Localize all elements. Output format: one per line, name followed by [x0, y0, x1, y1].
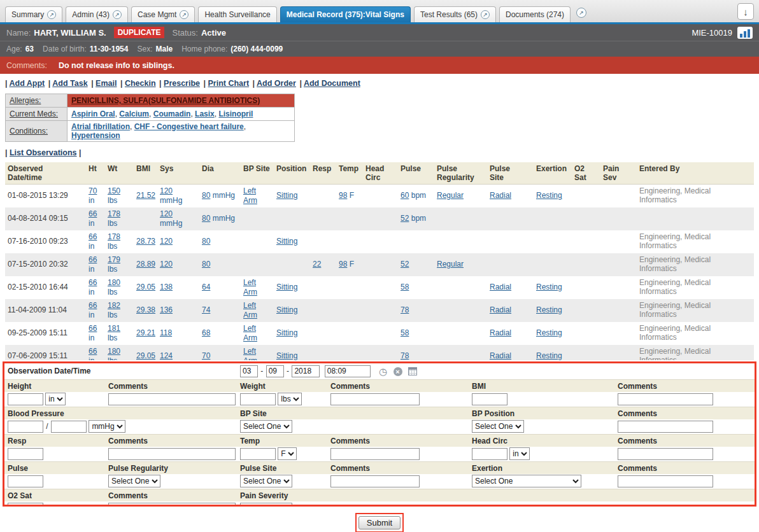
pain-severity-select[interactable]: Select One: [240, 503, 292, 507]
dia-link[interactable]: 80: [202, 260, 210, 269]
pulse-site-link[interactable]: Radial: [490, 328, 511, 337]
height-input[interactable]: [8, 393, 43, 405]
action-link-add-appt[interactable]: Add Appt: [10, 79, 45, 88]
exertion-comments-input[interactable]: [618, 475, 713, 487]
weight-unit-select[interactable]: lbs: [278, 393, 302, 405]
weight-input[interactable]: [240, 393, 276, 405]
temp-comments-input[interactable]: [330, 448, 420, 460]
pulse-link[interactable]: 58: [401, 328, 409, 337]
pulse-link[interactable]: 60: [401, 191, 409, 200]
ht-link[interactable]: 66: [89, 255, 97, 264]
exertion-link[interactable]: Resting: [536, 283, 562, 291]
pulse-reg-link[interactable]: Regular: [437, 260, 464, 269]
dia-link[interactable]: 80: [202, 237, 210, 246]
action-link-add-task[interactable]: Add Task: [52, 79, 87, 88]
ht-link[interactable]: 66: [89, 324, 97, 333]
current-meds-label-link[interactable]: Current Meds:: [10, 109, 58, 118]
date-month-input[interactable]: [240, 365, 258, 377]
exertion-select[interactable]: Select One: [472, 475, 581, 487]
o2-sat-comments-input[interactable]: [108, 503, 236, 507]
wt-link[interactable]: 180: [108, 347, 120, 356]
allergies-label-link[interactable]: Allergies:: [10, 96, 41, 105]
medication-link[interactable]: Aspirin Oral: [71, 109, 115, 118]
sys-link[interactable]: 120: [160, 237, 173, 246]
tab-admin[interactable]: Admin (43) ↗: [66, 6, 128, 22]
date-year-input[interactable]: [292, 365, 320, 377]
wt-link[interactable]: 179: [108, 255, 120, 264]
temp-link[interactable]: 98: [339, 260, 347, 269]
bmi-link[interactable]: 28.89: [136, 260, 155, 269]
pulse-link[interactable]: 78: [401, 305, 409, 314]
dia-link[interactable]: 70: [202, 351, 210, 360]
pulse-link[interactable]: 78: [401, 351, 409, 360]
sys-link[interactable]: 120: [160, 186, 173, 195]
clear-icon[interactable]: ×: [394, 367, 402, 376]
ht-link[interactable]: 66: [89, 278, 97, 287]
pulse-comments-input[interactable]: [330, 475, 420, 487]
allergy-link[interactable]: PENICILLINS, SULFA(SULFONAMIDE ANTIBIOTI…: [71, 96, 260, 105]
pulse-site-link[interactable]: Radial: [490, 283, 511, 291]
head-circ-unit-select[interactable]: in: [509, 447, 530, 460]
position-link[interactable]: Sitting: [276, 283, 297, 291]
tab-case-mgmt[interactable]: Case Mgmt ↗: [131, 6, 195, 22]
position-link[interactable]: Sitting: [276, 351, 297, 360]
position-link[interactable]: Sitting: [276, 237, 297, 246]
exertion-link[interactable]: Resting: [536, 328, 562, 337]
resp-input[interactable]: [8, 448, 43, 460]
bp-site-link[interactable]: Left Arm: [243, 186, 257, 205]
action-link-add-order[interactable]: Add Order: [257, 79, 296, 88]
bmi-link[interactable]: 21.52: [136, 191, 155, 200]
download-button[interactable]: ↓: [737, 3, 754, 20]
resp-comments-input[interactable]: [108, 448, 236, 460]
pulse-site-select[interactable]: Select One: [240, 475, 292, 487]
bp-position-select[interactable]: Select One: [472, 420, 524, 433]
bmi-link[interactable]: 29.05: [136, 283, 155, 291]
exertion-link[interactable]: Resting: [536, 351, 562, 360]
pulse-regularity-select[interactable]: Select One: [108, 475, 160, 487]
popout-icon[interactable]: ↗: [576, 8, 586, 18]
condition-link[interactable]: CHF - Congestive heart failure: [134, 122, 244, 131]
date-day-input[interactable]: [266, 365, 284, 377]
weight-comments-input[interactable]: [330, 393, 420, 405]
sys-link[interactable]: 120: [160, 209, 173, 218]
pulse-site-link[interactable]: Radial: [490, 305, 511, 314]
submit-button[interactable]: Submit: [358, 516, 401, 529]
bmi-link[interactable]: 29.21: [136, 328, 155, 337]
dia-link[interactable]: 80: [202, 214, 210, 223]
temp-unit-select[interactable]: F: [278, 447, 297, 460]
bp-diastolic-input[interactable]: [51, 421, 87, 433]
bp-systolic-input[interactable]: [8, 421, 43, 433]
duplicate-badge[interactable]: DUPLICATE: [114, 27, 165, 38]
ht-link[interactable]: 66: [89, 209, 97, 218]
tab-test-results[interactable]: Test Results (65) ↗: [414, 6, 496, 22]
ht-link[interactable]: 66: [89, 347, 97, 356]
temp-link[interactable]: 98: [339, 191, 347, 200]
head-circ-input[interactable]: [472, 448, 507, 460]
popout-icon[interactable]: ↗: [113, 10, 122, 19]
medication-link[interactable]: Coumadin: [153, 109, 191, 118]
exertion-link[interactable]: Resting: [536, 305, 562, 314]
sys-link[interactable]: 124: [160, 351, 173, 360]
dia-link[interactable]: 64: [202, 283, 210, 291]
condition-link[interactable]: Hypertension: [71, 131, 120, 140]
pulse-link[interactable]: 52: [401, 214, 409, 223]
bp-site-link[interactable]: Left Arm: [243, 347, 257, 361]
dia-link[interactable]: 68: [202, 328, 210, 337]
pulse-site-link[interactable]: Radial: [490, 191, 511, 200]
bp-site-link[interactable]: Left Arm: [243, 301, 257, 319]
bmi-link[interactable]: 29.05: [136, 351, 155, 360]
bp-unit-select[interactable]: mmHg: [89, 420, 125, 433]
wt-link[interactable]: 178: [108, 209, 120, 218]
tab-health-surveillance[interactable]: Health Surveillance: [198, 6, 276, 22]
bp-site-link[interactable]: Left Arm: [243, 278, 257, 297]
action-link-prescribe[interactable]: Prescribe: [164, 79, 200, 88]
calendar-icon[interactable]: [408, 367, 417, 375]
bp-site-select[interactable]: Select One: [240, 420, 292, 433]
popout-icon[interactable]: ↗: [47, 10, 56, 19]
popout-icon[interactable]: ↗: [481, 10, 490, 19]
wt-link[interactable]: 180: [108, 278, 120, 287]
bp-site-link[interactable]: Left Arm: [243, 324, 257, 342]
sys-link[interactable]: 118: [160, 328, 172, 337]
medication-link[interactable]: Lisinopril: [218, 109, 253, 118]
ht-link[interactable]: 66: [89, 232, 97, 241]
